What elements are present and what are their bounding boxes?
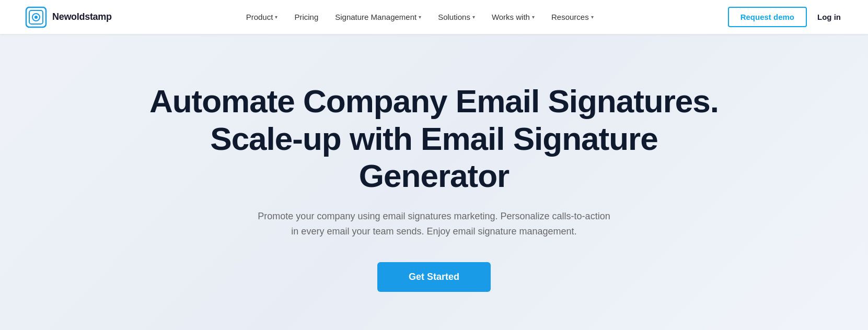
- nav-pricing-label: Pricing: [294, 13, 318, 21]
- nav-item-signature-management[interactable]: Signature Management ▾: [328, 8, 429, 26]
- logo-icon: [25, 6, 47, 28]
- get-started-button[interactable]: Get Started: [377, 262, 491, 292]
- nav-resources-chevron: ▾: [591, 14, 594, 20]
- nav-product-label: Product: [246, 13, 273, 21]
- hero-section: Automate Company Email Signatures. Scale…: [0, 34, 868, 330]
- hero-subtitle: Promote your company using email signatu…: [257, 209, 612, 239]
- nav-item-product[interactable]: Product ▾: [239, 8, 285, 26]
- nav-solutions-chevron: ▾: [472, 14, 475, 20]
- svg-point-3: [34, 16, 38, 19]
- nav-links: Product ▾ Pricing Signature Management ▾…: [239, 8, 601, 26]
- nav-item-solutions[interactable]: Solutions ▾: [431, 8, 482, 26]
- request-demo-button[interactable]: Request demo: [728, 7, 807, 27]
- hero-title-line2: Scale-up with Email Signature Generator: [210, 121, 657, 194]
- nav-item-resources[interactable]: Resources ▾: [544, 8, 601, 26]
- nav-solutions-label: Solutions: [438, 13, 470, 21]
- nav-right: Request demo Log in: [728, 7, 843, 27]
- nav-resources-label: Resources: [551, 13, 589, 21]
- hero-title: Automate Company Email Signatures. Scale…: [147, 82, 722, 194]
- navbar: Newoldstamp Product ▾ Pricing Signature …: [0, 0, 868, 34]
- nav-works-with-label: Works with: [492, 13, 530, 21]
- logo-text: Newoldstamp: [52, 11, 112, 22]
- nav-item-pricing[interactable]: Pricing: [287, 8, 326, 26]
- nav-sig-management-chevron: ▾: [419, 14, 421, 20]
- nav-item-works-with[interactable]: Works with ▾: [484, 8, 542, 26]
- login-link[interactable]: Log in: [815, 8, 843, 26]
- logo[interactable]: Newoldstamp: [25, 6, 112, 28]
- nav-product-chevron: ▾: [275, 14, 277, 20]
- hero-title-line1: Automate Company Email Signatures.: [149, 83, 719, 119]
- nav-works-with-chevron: ▾: [532, 14, 535, 20]
- nav-sig-management-label: Signature Management: [335, 13, 416, 21]
